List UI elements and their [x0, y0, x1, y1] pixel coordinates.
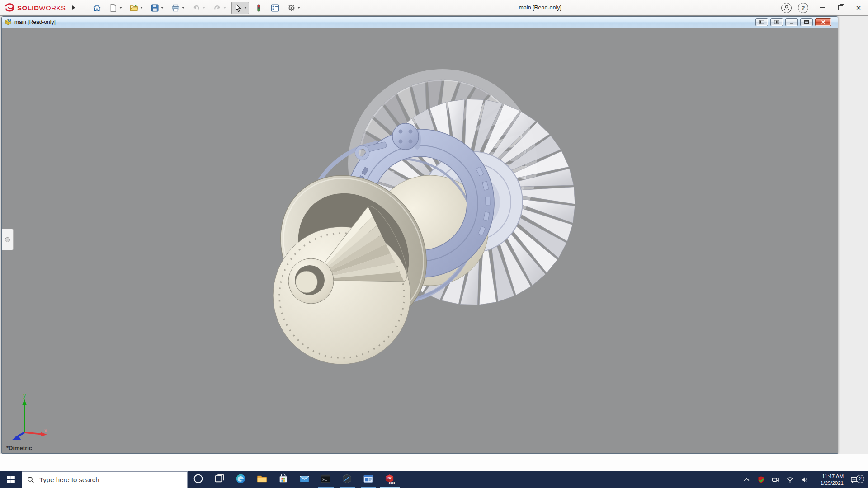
print-icon [171, 4, 180, 12]
document-minimize-icon [789, 20, 794, 24]
quick-access-toolbar [90, 2, 306, 14]
solidworks-logo: SOLIDWORKS [0, 3, 66, 12]
document-restore-icon [804, 20, 809, 24]
taskbar-search[interactable] [22, 471, 188, 488]
taskbar-blue-window-app-button[interactable] [358, 471, 379, 488]
ds-logo-icon [5, 3, 15, 12]
clock-date: 1/29/2021 [816, 480, 844, 487]
pane-left-icon [759, 20, 764, 24]
dropdown-arrow-icon[interactable] [203, 7, 205, 9]
graphics-viewport[interactable]: y x *Dimetric [2, 28, 838, 453]
minimize-icon [820, 7, 825, 8]
document-title: main [Read-only] [14, 19, 753, 25]
jet-engine-model [2, 28, 833, 452]
dropdown-arrow-icon[interactable] [140, 7, 143, 9]
pane-left-button[interactable] [755, 18, 768, 26]
taskbar-store-button[interactable] [273, 471, 294, 488]
pane-right-button[interactable] [770, 18, 783, 26]
taskbar-clock[interactable]: 11:47 AM 1/29/2021 [816, 473, 844, 487]
new-document-button[interactable] [107, 2, 124, 14]
help-button[interactable]: ? [798, 3, 808, 13]
wifi-icon[interactable] [784, 476, 796, 483]
tray-chevron-icon[interactable] [741, 476, 752, 483]
meet-now-icon[interactable] [769, 476, 781, 483]
orientation-triad: y x [8, 389, 52, 441]
blue-window-app-icon [363, 473, 374, 486]
dropdown-arrow-icon[interactable] [244, 7, 247, 9]
search-input[interactable] [22, 471, 187, 488]
rebuild-button[interactable] [252, 2, 265, 14]
display-settings-icon [271, 4, 279, 12]
app-titlebar: SOLIDWORKS main [Read-only] ? ✕ [0, 0, 868, 16]
account-icon [782, 3, 791, 12]
select-button[interactable] [231, 2, 249, 14]
app-title: main [Read-only] [306, 5, 775, 11]
mail-icon [299, 473, 310, 486]
options-icon [287, 4, 296, 12]
options-button[interactable] [285, 2, 302, 14]
dropdown-arrow-icon[interactable] [119, 7, 122, 9]
start-button[interactable] [0, 471, 22, 488]
document-window: main [Read-only] [1, 16, 838, 454]
cortana-icon [193, 473, 204, 486]
redo-icon [213, 4, 222, 12]
document-titlebar[interactable]: main [Read-only] [2, 17, 838, 28]
taskbar-edge-button[interactable] [230, 471, 251, 488]
app-minimize-button[interactable] [818, 4, 826, 12]
dropdown-arrow-icon[interactable] [161, 7, 164, 9]
close-icon: ✕ [856, 5, 862, 11]
edge-icon [235, 473, 246, 486]
taskbar-hexagon-app-button[interactable] [336, 471, 358, 488]
open-icon [130, 4, 138, 12]
dropdown-arrow-icon[interactable] [182, 7, 184, 9]
featuremanager-collapsed-tab[interactable] [2, 229, 14, 250]
taskbar-command-prompt-button[interactable] [315, 471, 336, 488]
search-icon [27, 476, 34, 483]
print-button[interactable] [169, 2, 187, 14]
store-icon [278, 473, 289, 486]
command-prompt-icon [320, 473, 331, 486]
toolbar-flyout-arrow-icon[interactable] [72, 5, 75, 10]
taskbar-solidworks-2021-button[interactable]: SW2021 [379, 471, 400, 488]
app-close-button[interactable]: ✕ [854, 4, 863, 12]
undo-icon [192, 4, 201, 12]
svg-text:2021: 2021 [389, 481, 395, 484]
app-restore-button[interactable] [836, 4, 844, 12]
select-icon [234, 4, 242, 12]
action-center-button[interactable]: 2 [850, 476, 864, 484]
notification-badge: 2 [856, 475, 864, 483]
taskbar-mail-button[interactable] [294, 471, 315, 488]
save-button[interactable] [148, 2, 166, 14]
brand-text: SOLIDWORKS [17, 4, 66, 12]
system-tray: 11:47 AM 1/29/2021 2 [738, 471, 868, 488]
volume-icon[interactable] [798, 476, 810, 483]
windows-logo-icon [7, 476, 15, 483]
document-close-button[interactable] [815, 18, 831, 26]
taskbar-file-explorer-button[interactable] [251, 471, 273, 488]
display-settings-button[interactable] [269, 2, 282, 14]
document-minimize-button[interactable] [785, 18, 798, 26]
solidworks-status-icon[interactable] [755, 476, 767, 483]
status-bar [0, 454, 868, 471]
taskbar-cortana-button[interactable] [188, 471, 209, 488]
task-view-icon [214, 473, 225, 486]
triad-x-label: x [44, 427, 47, 434]
mdi-area: main [Read-only] [0, 16, 868, 454]
open-button[interactable] [127, 2, 145, 14]
taskbar-task-view-button[interactable] [209, 471, 230, 488]
account-button[interactable] [781, 3, 792, 13]
svg-text:SW: SW [387, 476, 392, 479]
view-orientation-label: *Dimetric [6, 445, 32, 451]
undo-button [190, 2, 208, 14]
dropdown-arrow-icon[interactable] [223, 7, 226, 9]
assembly-document-icon [5, 19, 12, 26]
hexagon-app-icon [341, 473, 353, 486]
home-button[interactable] [90, 2, 104, 14]
document-restore-button[interactable] [800, 18, 813, 26]
help-icon: ? [802, 5, 805, 11]
new-document-icon [109, 4, 118, 12]
featuremanager-tab-dot-icon [5, 237, 10, 242]
dropdown-arrow-icon[interactable] [297, 7, 300, 9]
redo-button [211, 2, 228, 14]
document-close-icon [821, 20, 826, 24]
